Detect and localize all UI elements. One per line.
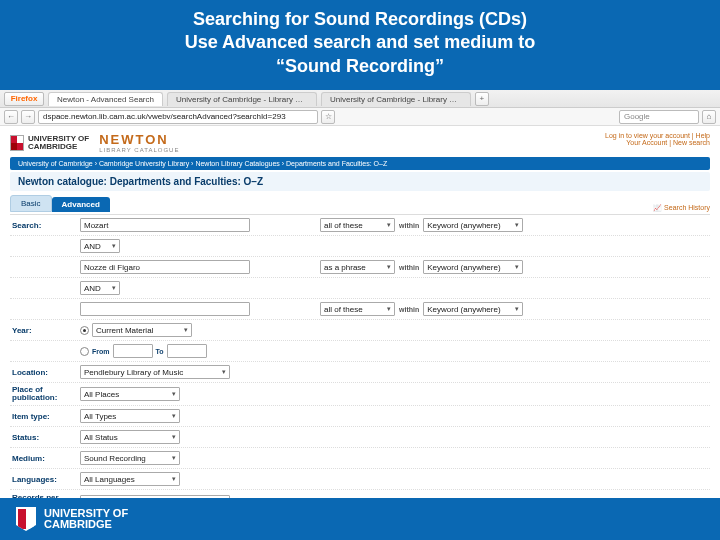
new-tab-button[interactable]: + [475,92,489,106]
back-button[interactable]: ← [4,110,18,124]
operator-select-1[interactable]: AND▾ [80,239,120,253]
slide-title-l2: Use Advanced search and set medium to [10,31,710,54]
newton-subtitle: LIBRARY CATALOGUE [99,147,179,153]
search-row-3: all of these▾ within Keyword (anywhere)▾ [10,299,710,320]
operator-1-value: AND [84,242,101,251]
field-select-2[interactable]: Keyword (anywhere)▾ [423,260,523,274]
chevron-down-icon: ▾ [172,454,176,462]
chevron-down-icon: ▾ [515,221,519,229]
browser-tab-3[interactable]: University of Cambridge - Library Sea... [321,92,471,106]
within-label: within [399,264,419,271]
chevron-down-icon: ▾ [387,305,391,313]
label-status: Status: [10,433,80,442]
match-select-3-value: all of these [324,305,363,314]
year-to-label: To [156,348,164,355]
year-from-input[interactable] [113,344,153,358]
firefox-menu-button[interactable]: Firefox [4,92,44,106]
year-row: Year: Current Material▾ [10,320,710,341]
forward-button[interactable]: → [21,110,35,124]
label-itemtype: Item type: [10,412,80,421]
tab-advanced[interactable]: Advanced [52,197,110,212]
page-content: UNIVERSITY OF CAMBRIDGE NEWTON LIBRARY C… [0,126,720,540]
itemtype-select[interactable]: All Types▾ [80,409,180,423]
operator-row-1: AND▾ [10,236,710,257]
breadcrumb[interactable]: University of Cambridge › Cambridge Univ… [10,157,710,170]
itemtype-row: Item type: All Types▾ [10,406,710,427]
search-input-2[interactable]: Nozze di Figaro [80,260,250,274]
year-to-input[interactable] [167,344,207,358]
slide-title-l1: Searching for Sound Recordings (CDs) [10,8,710,31]
search-input-1[interactable]: Mozart [80,218,250,232]
label-languages: Languages: [10,475,80,484]
status-select[interactable]: All Status▾ [80,430,180,444]
chevron-down-icon: ▾ [112,284,116,292]
field-select-3-value: Keyword (anywhere) [427,305,500,314]
search-form: Search: Mozart all of these▾ within Keyw… [10,214,710,540]
slide-footer: UNIVERSITY OF CAMBRIDGE [0,498,720,540]
match-select-2[interactable]: as a phrase▾ [320,260,395,274]
label-medium: Medium: [10,454,80,463]
newton-logo: NEWTON LIBRARY CATALOGUE [99,132,179,153]
label-place: Place of publication: [10,386,80,402]
field-select-1-value: Keyword (anywhere) [427,221,500,230]
chevron-down-icon: ▾ [515,263,519,271]
home-button[interactable]: ⌂ [702,110,716,124]
year-range-row: From To [10,341,710,362]
chevron-down-icon: ▾ [222,368,226,376]
footer-uni-2: CAMBRIDGE [44,519,128,530]
year-current-select[interactable]: Current Material▾ [92,323,192,337]
field-select-1[interactable]: Keyword (anywhere)▾ [423,218,523,232]
help-link[interactable]: Help [696,132,710,139]
account-link[interactable]: Your Account [626,139,667,146]
browser-search-input[interactable]: Google [619,110,699,124]
field-select-3[interactable]: Keyword (anywhere)▾ [423,302,523,316]
medium-select[interactable]: Sound Recording▾ [80,451,180,465]
chevron-down-icon: ▾ [387,221,391,229]
chevron-down-icon: ▾ [515,305,519,313]
uni-text-2: CAMBRIDGE [28,143,89,151]
new-search-link[interactable]: New search [673,139,710,146]
browser-tab-1[interactable]: Newton - Advanced Search [48,92,163,106]
operator-2-value: AND [84,284,101,293]
year-from-label: From [92,348,110,355]
match-select-1[interactable]: all of these▾ [320,218,395,232]
place-select[interactable]: All Places▾ [80,387,180,401]
match-select-1-value: all of these [324,221,363,230]
status-row: Status: All Status▾ [10,427,710,448]
cambridge-logo: UNIVERSITY OF CAMBRIDGE [10,135,89,151]
slide-title-l3: “Sound Recording” [10,55,710,78]
medium-value: Sound Recording [84,454,146,463]
page-title: Newton catalogue: Departments and Facult… [10,172,710,191]
place-value: All Places [84,390,119,399]
chevron-down-icon: ▾ [184,326,188,334]
operator-select-2[interactable]: AND▾ [80,281,120,295]
chevron-down-icon: ▾ [172,390,176,398]
year-current-value: Current Material [96,326,153,335]
login-link[interactable]: Log in to view your account [605,132,690,139]
year-range-radio[interactable] [80,347,89,356]
location-select[interactable]: Pendlebury Library of Music▾ [80,365,230,379]
field-select-2-value: Keyword (anywhere) [427,263,500,272]
tab-basic[interactable]: Basic [10,195,52,212]
label-location: Location: [10,368,80,377]
shield-icon [10,135,24,151]
page-header: UNIVERSITY OF CAMBRIDGE NEWTON LIBRARY C… [10,132,710,153]
search-input-3[interactable] [80,302,250,316]
top-links: Log in to view your account | Help Your … [605,132,710,146]
address-bar[interactable]: dspace.newton.lib.cam.ac.uk/vwebv/search… [38,110,318,124]
languages-select[interactable]: All Languages▾ [80,472,180,486]
year-current-radio[interactable] [80,326,89,335]
within-label: within [399,306,419,313]
location-value: Pendlebury Library of Music [84,368,183,377]
itemtype-value: All Types [84,412,116,421]
medium-row: Medium: Sound Recording▾ [10,448,710,469]
within-label: within [399,222,419,229]
match-select-3[interactable]: all of these▾ [320,302,395,316]
operator-row-2: AND▾ [10,278,710,299]
search-history-link[interactable]: 📈 Search History [653,204,710,212]
slide-title: Searching for Sound Recordings (CDs) Use… [0,0,720,90]
bookmark-icon[interactable]: ☆ [321,110,335,124]
browser-tab-2[interactable]: University of Cambridge - Library Sea... [167,92,317,106]
footer-shield-icon [16,507,36,531]
location-row: Location: Pendlebury Library of Music▾ [10,362,710,383]
